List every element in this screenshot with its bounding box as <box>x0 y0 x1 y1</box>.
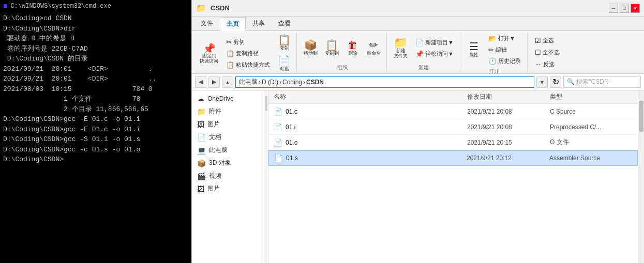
explorer-titlebar: 📁 CSDN ─ □ ✕ <box>192 0 644 17</box>
tab-home[interactable]: 主页 <box>220 17 246 31</box>
new-buttons: 📁 新建文件夹 📄 新建项目▼ 📌 轻松访问▼ <box>391 33 457 63</box>
path-part-3[interactable]: CSDN <box>306 79 324 86</box>
history-button[interactable]: 🕐 历史记录 <box>485 56 524 67</box>
cut-button[interactable]: ✂ 剪切 <box>223 37 273 48</box>
ribbon: 文件 主页 共享 查看 📌 固定到快速访问 ✂ 剪切 <box>192 17 644 74</box>
open-buttons: ☰ 属性 📂 打开▼ ✏ 编辑 🕐 <box>465 33 524 67</box>
file-type-1: Preprocessed C/... <box>550 123 633 131</box>
file-date-1: 2021/9/21 20:08 <box>467 123 550 131</box>
sidebar-scrollbar[interactable] <box>264 90 268 263</box>
col-date[interactable]: 修改日期 <box>467 92 550 101</box>
new-item-button[interactable]: 📄 新建项目▼ <box>412 37 457 48</box>
cmd-output: D:\Coding>cd CSDND:\Coding\CSDN>dir 驱动器 … <box>3 13 188 165</box>
file-date-3: 2021/9/21 20:12 <box>467 154 549 162</box>
sidebar-item-7[interactable]: 🖼图片 <box>192 182 264 195</box>
open-button[interactable]: 📂 打开▼ <box>485 33 524 44</box>
path-part-0[interactable]: 此电脑 <box>239 78 258 86</box>
move-label: 移动到 <box>304 50 318 57</box>
move-to-button[interactable]: 📦 移动到 <box>301 38 320 58</box>
table-row[interactable]: 📄 01.i 2021/9/21 20:08 Preprocessed C/..… <box>268 119 638 135</box>
clipboard-group: 📌 固定到快速访问 ✂ 剪切 📋 复制路径 📋 <box>194 32 297 72</box>
file-date-2: 2021/9/21 20:15 <box>467 139 550 146</box>
table-row[interactable]: 📄 01.o 2021/9/21 20:15 O 文件 <box>268 135 638 150</box>
sidebar-item-5[interactable]: 📦3D 对象 <box>192 157 264 169</box>
search-input[interactable]: 🔍 搜索"CSDN" <box>563 76 641 88</box>
new-folder-label: 新建文件夹 <box>394 49 408 59</box>
file-name-3: 01.s <box>286 154 467 162</box>
select-all-button[interactable]: ☑ 全选 <box>532 35 563 46</box>
refresh-button[interactable]: ↻ <box>550 76 561 88</box>
paste-button[interactable]: 📄 粘贴 <box>275 54 293 74</box>
cmd-line: 2021/09/21 20:01 <DIR> .. <box>3 74 188 84</box>
path-part-2[interactable]: Coding <box>282 79 302 86</box>
paste-shortcut-button[interactable]: 📋 粘贴快捷方式 <box>223 59 273 70</box>
sidebar: ☁OneDrive📁附件🖼图片📄文档💻此电脑📦3D 对象🎬视频🖼图片 <box>192 90 264 263</box>
col-name[interactable]: 名称 <box>274 92 467 101</box>
address-path[interactable]: 此电脑 › D (D:) › Coding › CSDN <box>235 76 534 88</box>
invert-selection-button[interactable]: ↔ 反选 <box>532 59 563 70</box>
history-label: 历史记录 <box>498 57 521 65</box>
new-folder-button[interactable]: 📁 新建文件夹 <box>391 36 410 60</box>
table-row[interactable]: 📄 01.c 2021/9/21 20:08 C Source <box>268 104 638 119</box>
cmd-line: D:\Coding\CSDN> <box>3 154 188 165</box>
cmd-line: 卷的序列号是 22CB-C7AD <box>3 44 188 54</box>
dropdown-button[interactable]: ▼ <box>536 76 548 88</box>
sidebar-item-0[interactable]: ☁OneDrive <box>192 92 264 105</box>
properties-button[interactable]: ☰ 属性 <box>465 40 483 60</box>
close-button[interactable]: ✕ <box>631 4 640 13</box>
minimize-button[interactable]: ─ <box>609 4 618 13</box>
edit-button[interactable]: ✏ 编辑 <box>485 44 524 55</box>
tab-share[interactable]: 共享 <box>246 17 272 30</box>
tab-file[interactable]: 文件 <box>194 17 220 30</box>
select-all-label: 全选 <box>543 37 554 44</box>
file-icon-1: 📄 <box>274 123 282 131</box>
cmd-line: D:\Coding\CSDN>gcc -c 01.s -o 01.o <box>3 145 188 155</box>
sidebar-label-6: 视频 <box>209 172 221 180</box>
path-part-1[interactable]: D (D:) <box>262 79 278 86</box>
edit-label: 编辑 <box>496 46 507 54</box>
sidebar-item-1[interactable]: 📁附件 <box>192 105 264 118</box>
sidebar-item-6[interactable]: 🎬视频 <box>192 169 264 182</box>
sidebar-item-2[interactable]: 🖼图片 <box>192 118 264 131</box>
file-scrollbar[interactable] <box>638 90 644 263</box>
col-type[interactable]: 类型 <box>550 92 633 101</box>
select-none-icon: ☐ <box>535 49 541 56</box>
easy-access-button[interactable]: 📌 轻松访问▼ <box>412 49 457 59</box>
sidebar-item-3[interactable]: 📄文档 <box>192 131 264 144</box>
copy-button[interactable]: 📋 复制 <box>275 33 293 53</box>
new-folder-icon: 📁 <box>394 37 408 49</box>
tab-view[interactable]: 查看 <box>272 17 297 30</box>
new-label: 新建 <box>418 63 429 71</box>
copy-label: 复制 <box>280 45 289 52</box>
select-none-button[interactable]: ☐ 全不选 <box>532 47 563 58</box>
cmd-icon: ■ <box>3 2 7 10</box>
file-scrollbar-thumb[interactable] <box>639 101 643 132</box>
explorer-window: 📁 CSDN ─ □ ✕ 文件 主页 共享 查看 📌 固定到快速访问 <box>191 0 644 263</box>
maximize-button[interactable]: □ <box>620 4 629 13</box>
up-button[interactable]: ▲ <box>222 76 233 88</box>
properties-icon: ☰ <box>469 41 478 52</box>
rename-label: 重命名 <box>367 50 381 57</box>
ribbon-tabs: 文件 主页 共享 查看 <box>192 17 644 31</box>
sidebar-scrollbar-thumb[interactable] <box>265 96 267 111</box>
explorer-main: ☁OneDrive📁附件🖼图片📄文档💻此电脑📦3D 对象🎬视频🖼图片 名称 修改… <box>192 90 644 263</box>
file-list: 📄 01.c 2021/9/21 20:08 C Source 📄 01.i 2… <box>268 104 638 166</box>
pin-button[interactable]: 📌 固定到快速访问 <box>197 42 221 66</box>
sidebar-icon-6: 🎬 <box>197 172 206 180</box>
copy-to-icon: 📋 <box>325 40 338 50</box>
back-button[interactable]: ◀ <box>195 76 206 88</box>
cmd-line: D:\Coding\CSDN>dir <box>3 24 188 34</box>
delete-button[interactable]: 🗑 删除 <box>343 38 362 58</box>
sidebar-icon-2: 🖼 <box>197 120 204 129</box>
cmd-title: C:\WINDOWS\system32\cmd.exe <box>10 3 111 10</box>
paste-label: 粘贴 <box>280 66 289 72</box>
cmd-line: 1 个文件 78 <box>3 94 188 104</box>
copy-to-button[interactable]: 📋 复制到 <box>322 38 341 58</box>
table-row[interactable]: 📄 01.s 2021/9/21 20:12 Assembler Source <box>268 150 638 166</box>
copy-path-button[interactable]: 📋 复制路径 <box>223 48 273 59</box>
sidebar-item-4[interactable]: 💻此电脑 <box>192 144 264 157</box>
invert-icon: ↔ <box>535 60 542 68</box>
cmd-line: D:\Coding\CSDN>gcc -S 01.i -o 01.s <box>3 134 188 145</box>
forward-button[interactable]: ▶ <box>208 76 220 88</box>
rename-button[interactable]: ✏ 重命名 <box>364 38 383 58</box>
